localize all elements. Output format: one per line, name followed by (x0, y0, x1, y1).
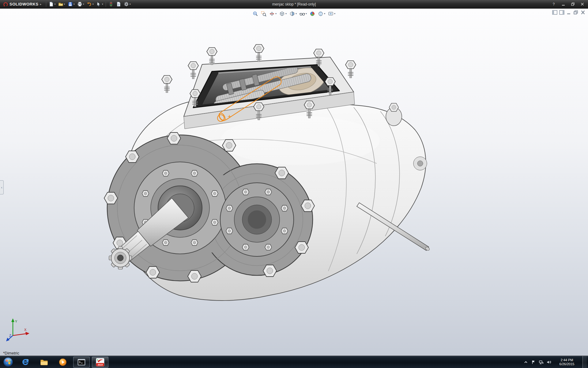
hide-show-items-button[interactable]: ▾ (299, 10, 308, 17)
taskbar-command-prompt[interactable] (73, 357, 90, 368)
display-pane-toggle[interactable] (559, 10, 564, 15)
standard-toolbar: ▾ ▾ ▾ ▾ ▾ ▾ (47, 0, 132, 8)
edit-appearance-button[interactable] (309, 10, 316, 17)
display-style-button[interactable]: ▾ (288, 10, 298, 17)
speaker-icon (546, 360, 551, 365)
dropdown-arrow-icon[interactable]: ▾ (324, 13, 325, 15)
chevron-up-icon (523, 360, 528, 365)
dropdown-arrow-icon[interactable]: ▾ (55, 3, 56, 6)
dropdown-arrow-icon[interactable]: ▾ (285, 13, 287, 15)
folder-icon (40, 358, 49, 367)
dropdown-arrow-icon[interactable]: ▾ (306, 13, 307, 15)
dropdown-arrow-icon[interactable]: ▾ (64, 3, 65, 6)
feature-pane-toggle[interactable] (552, 10, 557, 15)
side-boss[interactable] (386, 103, 402, 126)
scene-ball-icon (318, 11, 323, 17)
view-settings-button[interactable]: ▾ (327, 10, 336, 17)
media-player-icon (58, 358, 67, 367)
open-button[interactable]: ▾ (57, 1, 66, 8)
toolbar-separator (46, 2, 46, 7)
restore-document-button[interactable] (573, 10, 579, 15)
view-orientation-button[interactable]: ▾ (278, 10, 288, 17)
network-icon (539, 360, 544, 365)
flag-icon (531, 360, 536, 365)
rebuild-traffic-light-icon (108, 2, 114, 7)
print-button[interactable]: ▾ (76, 1, 85, 8)
zoom-to-area-button[interactable] (260, 10, 267, 17)
glasses-icon (300, 11, 305, 17)
taskbar-solidworks-2015[interactable]: 2015 (92, 357, 108, 368)
save-icon (68, 2, 73, 7)
dropdown-arrow-icon[interactable]: ▾ (102, 3, 103, 6)
pane-right-icon (559, 10, 564, 15)
system-tray: 2:44 PM 6/26/2015 (523, 356, 588, 368)
taskbar-media-player[interactable] (55, 357, 71, 368)
triad-x-label: X (24, 328, 27, 332)
file-properties-button[interactable] (115, 1, 123, 8)
graphics-viewport[interactable]: ▾ ▾ ▾ ▾ ▾ ▾ (0, 9, 588, 356)
action-center-button[interactable] (531, 360, 536, 365)
toolbar-separator (106, 2, 106, 7)
hidden-icons-button[interactable] (523, 360, 528, 365)
print-icon (77, 2, 82, 7)
heads-up-toolbar: ▾ ▾ ▾ ▾ ▾ ▾ (252, 10, 336, 17)
taskbar-clock[interactable]: 2:44 PM 6/26/2015 (554, 358, 580, 366)
close-document-button[interactable] (580, 10, 586, 15)
close-button[interactable] (578, 1, 586, 7)
pane-left-icon (552, 10, 557, 15)
gearbox-3d-model[interactable] (0, 9, 588, 356)
show-desktop-button[interactable] (582, 356, 587, 368)
solidworks-logo: SOLIDWORKS ▸ (0, 0, 45, 8)
app-name: SOLIDWORKS (9, 2, 39, 6)
command-prompt-icon (77, 358, 86, 367)
undo-button[interactable]: ▾ (85, 1, 95, 8)
options-button[interactable]: ▾ (123, 1, 132, 8)
minimize-document-button[interactable] (566, 10, 571, 15)
taskbar-internet-explorer[interactable] (17, 357, 34, 368)
title-bar: SOLIDWORKS ▸ ▾ ▾ ▾ ▾ ▾ (0, 0, 588, 9)
section-view-button[interactable]: ▾ (268, 10, 277, 17)
open-folder-icon (58, 2, 63, 7)
solidworks-badge: 2015 (98, 363, 103, 366)
dropdown-arrow-icon[interactable]: ▾ (92, 3, 94, 6)
apply-scene-button[interactable]: ▾ (317, 10, 326, 17)
zoom-to-fit-icon (253, 11, 258, 17)
select-cursor-icon (96, 2, 101, 7)
dropdown-arrow-icon[interactable]: ▾ (74, 3, 75, 6)
restore-button[interactable] (568, 1, 577, 7)
start-button[interactable] (0, 356, 16, 368)
zoom-to-fit-button[interactable] (252, 10, 259, 17)
menu-expand-icon[interactable]: ▸ (40, 2, 42, 6)
view-orientation-label: *Dimetric (3, 351, 19, 355)
orientation-triad: Y X Z (5, 312, 36, 342)
restore-icon (573, 10, 579, 15)
dropdown-arrow-icon[interactable]: ▾ (296, 13, 297, 15)
dropdown-arrow-icon[interactable]: ▾ (334, 13, 335, 15)
splined-shaft-end[interactable] (109, 247, 132, 269)
help-button[interactable]: ? (549, 1, 558, 7)
save-button[interactable]: ▾ (66, 1, 76, 8)
minimize-button[interactable] (559, 1, 567, 7)
restore-icon (571, 2, 575, 6)
triad-y-label: Y (15, 320, 17, 323)
dropdown-arrow-icon[interactable]: ▾ (130, 3, 131, 6)
display-style-icon (289, 11, 295, 17)
clock-time: 2:44 PM (554, 358, 580, 362)
windows-start-orb-icon (2, 356, 14, 368)
document-title: menjac sklop * [Read-only] (272, 2, 316, 6)
featuremanager-collapse-tab[interactable]: ‹ (0, 180, 4, 194)
taskbar-windows-explorer[interactable] (36, 357, 52, 368)
dropdown-arrow-icon[interactable]: ▾ (83, 3, 84, 6)
network-button[interactable] (539, 360, 544, 365)
rebuild-button[interactable] (107, 1, 115, 8)
new-document-button[interactable]: ▾ (47, 1, 57, 8)
dropdown-arrow-icon[interactable]: ▾ (275, 13, 277, 15)
secondary-bearing-cover[interactable] (220, 183, 294, 256)
view-settings-icon (328, 11, 334, 17)
document-window-controls (552, 10, 586, 15)
select-button[interactable]: ▾ (95, 1, 104, 8)
zoom-to-area-icon (261, 11, 266, 17)
triad-z-label: Z (9, 334, 11, 337)
minimize-icon (562, 2, 565, 6)
volume-button[interactable] (546, 360, 551, 365)
